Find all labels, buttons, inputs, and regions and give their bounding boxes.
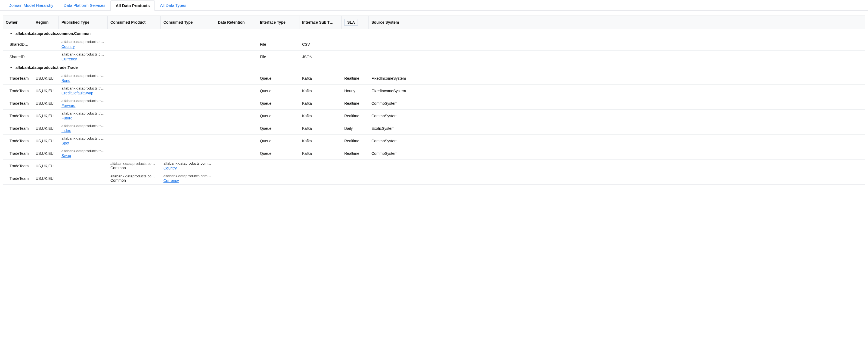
table-row: TradeTeamUS,UK,EUalfabank.dataproducts.t… — [3, 147, 865, 160]
cell-interface-type: Queue — [257, 72, 300, 84]
cell-sla: Realtime — [342, 72, 369, 84]
published-type-link[interactable]: Forward — [61, 103, 75, 108]
cell-published-type: alfabank.dataproducts.co…Country — [59, 38, 108, 50]
cell-owner: TradeTeam — [3, 72, 33, 84]
cell-interface-sub-type: CSV — [300, 38, 342, 50]
cell-interface-type: File — [257, 38, 300, 50]
source-system-text: FixedIncomeSystem — [371, 89, 408, 93]
cell-data-retention — [215, 122, 257, 134]
owner-text: TradeTeam — [9, 139, 30, 143]
sla-text: Daily — [344, 126, 366, 130]
interface-subtype-text: Kafka — [302, 126, 339, 130]
tab-all-data-products[interactable]: All Data Products — [111, 0, 155, 10]
tab-all-data-types[interactable]: All Data Types — [155, 0, 191, 10]
interface-type-text: Queue — [260, 151, 297, 156]
published-type-link[interactable]: Swap — [61, 153, 71, 158]
cell-consumed-product — [108, 72, 161, 84]
source-system-text: ExoticSystem — [371, 126, 408, 130]
cell-consumed-type — [161, 72, 215, 84]
cell-consumed-type — [161, 110, 215, 122]
region-text: US,UK,EU — [36, 164, 56, 168]
consumed-product-text: Common — [111, 178, 158, 183]
cell-sla — [342, 38, 369, 50]
col-header-interface-sub-type[interactable]: Interface Sub T… — [300, 16, 342, 29]
published-type-link[interactable]: CreditDefaultSwap — [61, 91, 93, 95]
published-type-link[interactable]: Future — [61, 116, 72, 120]
tab-data-platform-services[interactable]: Data Platform Services — [59, 0, 111, 10]
cell-consumed-type — [161, 51, 215, 63]
interface-subtype-text: CSV — [302, 42, 339, 47]
cell-sla: Realtime — [342, 97, 369, 109]
col-header-published-type[interactable]: Published Type — [59, 16, 108, 29]
cell-sla: Realtime — [342, 110, 369, 122]
consumed-type-link[interactable]: Country — [163, 166, 177, 170]
cell-sla: Daily — [342, 122, 369, 134]
cell-consumed-product — [108, 51, 161, 63]
grid-body: alfabank.dataproducts.common.CommonShare… — [3, 29, 865, 184]
consumed-type-link[interactable]: Currency — [163, 179, 179, 183]
interface-type-text: File — [260, 42, 297, 47]
col-header-data-retention[interactable]: Data Retention — [215, 16, 257, 29]
region-text: US,UK,EU — [36, 114, 56, 118]
col-header-interface-type[interactable]: Interface Type — [257, 16, 300, 29]
cell-consumed-product: alfabank.dataproducts.commonCommon — [108, 160, 161, 172]
published-type-package: alfabank.dataproducts.trade — [61, 124, 105, 128]
group-row[interactable]: alfabank.dataproducts.common.Common — [3, 29, 865, 38]
cell-owner: TradeTeam — [3, 135, 33, 147]
sla-text: Realtime — [344, 101, 366, 105]
cell-consumed-type: alfabank.dataproducts.commonCurrency — [161, 172, 215, 184]
interface-type-text: Queue — [260, 139, 297, 143]
table-row: TradeTeamUS,UK,EUalfabank.dataproducts.c… — [3, 172, 865, 184]
cell-interface-type: Queue — [257, 110, 300, 122]
owner-text: TradeTeam — [9, 76, 30, 81]
published-type-link[interactable]: Index — [61, 128, 71, 133]
col-header-owner[interactable]: Owner — [3, 16, 33, 29]
owner-text: TradeTeam — [9, 101, 30, 105]
region-text: US,UK,EU — [36, 139, 56, 143]
cell-source-system — [369, 172, 411, 184]
cell-interface-sub-type: Kafka — [300, 147, 342, 159]
cell-published-type: alfabank.dataproducts.tradeCreditDefault… — [59, 85, 108, 97]
cell-source-system: CommoSystem — [369, 110, 411, 122]
tab-domain-model-hierarchy[interactable]: Domain Model Hierarchy — [3, 0, 59, 10]
published-type-link[interactable]: Bond — [61, 78, 70, 83]
sla-text: Hourly — [344, 89, 366, 93]
col-header-source-system[interactable]: Source System — [369, 16, 411, 29]
published-type-link[interactable]: Spot — [61, 141, 69, 145]
interface-subtype-text: Kafka — [302, 89, 339, 93]
owner-text: TradeTeam — [9, 126, 30, 130]
owner-text: TradeTeam — [9, 164, 30, 168]
cell-interface-type: Queue — [257, 97, 300, 109]
region-text: US,UK,EU — [36, 89, 56, 93]
col-header-consumed-type[interactable]: Consumed Type — [161, 16, 215, 29]
cell-region: US,UK,EU — [33, 147, 59, 159]
cell-source-system: CommoSystem — [369, 135, 411, 147]
table-row: TradeTeamUS,UK,EUalfabank.dataproducts.t… — [3, 85, 865, 97]
cell-sla: Realtime — [342, 135, 369, 147]
cell-interface-type: Queue — [257, 135, 300, 147]
table-row: SharedData…alfabank.dataproducts.co…Curr… — [3, 51, 865, 63]
col-header-region[interactable]: Region — [33, 16, 59, 29]
interface-subtype-text: Kafka — [302, 151, 339, 156]
cell-interface-type: Queue — [257, 85, 300, 97]
published-type-package: alfabank.dataproducts.trade — [61, 136, 105, 141]
source-system-text: CommoSystem — [371, 101, 408, 105]
source-system-text: CommoSystem — [371, 139, 408, 143]
cell-sla: Hourly — [342, 85, 369, 97]
cell-consumed-product — [108, 135, 161, 147]
published-type-link[interactable]: Country — [61, 44, 75, 49]
col-header-sla[interactable]: SLA — [342, 16, 369, 29]
cell-owner: TradeTeam — [3, 85, 33, 97]
consumed-type-package: alfabank.dataproducts.common — [163, 174, 212, 178]
cell-region: US,UK,EU — [33, 72, 59, 84]
cell-interface-type: Queue — [257, 122, 300, 134]
col-header-consumed-product[interactable]: Consumed Product — [108, 16, 161, 29]
published-type-link[interactable]: Currency — [61, 57, 77, 61]
interface-type-text: Queue — [260, 126, 297, 130]
group-row[interactable]: alfabank.dataproducts.trade.Trade — [3, 63, 865, 72]
region-text: US,UK,EU — [36, 76, 56, 81]
cell-consumed-product — [108, 97, 161, 109]
cell-interface-type — [257, 160, 300, 172]
interface-type-text: Queue — [260, 114, 297, 118]
table-row: TradeTeamUS,UK,EUalfabank.dataproducts.t… — [3, 72, 865, 85]
